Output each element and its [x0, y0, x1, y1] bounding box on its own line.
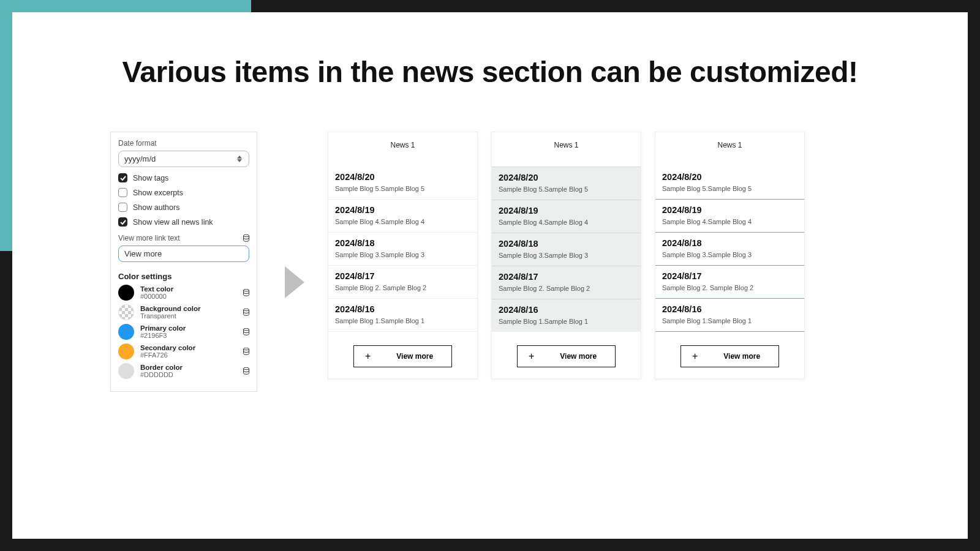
- entry-date: 2024/8/20: [499, 173, 634, 182]
- entry-date: 2024/8/17: [335, 271, 470, 281]
- background-color-row[interactable]: Background color Transparent: [118, 304, 249, 320]
- news-entry[interactable]: 2024/8/19Sample Blog 4.Sample Blog 4: [492, 200, 641, 233]
- news-entry[interactable]: 2024/8/18Sample Blog 3.Sample Blog 3: [492, 233, 641, 266]
- entry-desc: Sample Blog 1.Sample Blog 1: [335, 317, 470, 324]
- svg-point-4: [244, 348, 249, 350]
- border-color-row[interactable]: Border color #DDDDDD: [118, 363, 249, 379]
- text-color-name: Text color: [140, 285, 237, 293]
- database-icon[interactable]: [243, 309, 249, 316]
- news-entry[interactable]: 2024/8/19Sample Blog 4.Sample Blog 4: [655, 200, 804, 233]
- news-entry[interactable]: 2024/8/18Sample Blog 3.Sample Blog 3: [328, 233, 477, 266]
- show-tags-label: Show tags: [133, 174, 168, 182]
- border-color-swatch: [118, 363, 134, 379]
- view-more-label: View more: [396, 352, 433, 361]
- news-entry[interactable]: 2024/8/20Sample Blog 5.Sample Blog 5: [655, 167, 804, 200]
- show-view-all-label: Show view all news link: [133, 218, 213, 227]
- entry-date: 2024/8/18: [499, 239, 634, 249]
- database-icon[interactable]: [243, 234, 249, 242]
- show-tags-checkbox[interactable]: Show tags: [118, 173, 249, 182]
- view-more-button[interactable]: +View more: [353, 345, 452, 367]
- entry-desc: Sample Blog 2. Sample Blog 2: [499, 285, 634, 292]
- show-authors-checkbox[interactable]: Show authors: [118, 203, 249, 212]
- news-entry[interactable]: 2024/8/17Sample Blog 2. Sample Blog 2: [655, 266, 804, 299]
- entry-date: 2024/8/19: [335, 205, 470, 215]
- checkbox-checked-icon: [118, 217, 127, 227]
- preview-title: News 1: [655, 132, 804, 167]
- news-entry[interactable]: 2024/8/16Sample Blog 1.Sample Blog 1: [655, 299, 804, 332]
- background-color-name: Background color: [140, 305, 237, 312]
- view-more-label: View more: [560, 352, 597, 361]
- svg-point-2: [244, 309, 249, 311]
- secondary-color-row[interactable]: Secondary color #FFA726: [118, 343, 249, 359]
- secondary-color-name: Secondary color: [140, 344, 237, 351]
- entry-date: 2024/8/19: [499, 206, 634, 216]
- entry-desc: Sample Blog 1.Sample Blog 1: [499, 318, 634, 325]
- view-more-button[interactable]: +View more: [517, 345, 616, 367]
- preview-title: News 1: [492, 132, 641, 167]
- border-color-name: Border color: [140, 364, 237, 371]
- news-entry[interactable]: 2024/8/20Sample Blog 5.Sample Blog 5: [492, 167, 641, 200]
- database-icon[interactable]: [243, 328, 249, 335]
- entry-date: 2024/8/16: [499, 305, 634, 315]
- news-entry[interactable]: 2024/8/18Sample Blog 3.Sample Blog 3: [655, 233, 804, 266]
- news-entry[interactable]: 2024/8/16Sample Blog 1.Sample Blog 1: [328, 299, 477, 332]
- color-settings-heading: Color settings: [118, 272, 249, 281]
- view-more-link-input[interactable]: View more: [118, 246, 249, 262]
- database-icon[interactable]: [243, 348, 249, 355]
- select-chevron-icon: [236, 156, 243, 162]
- entry-desc: Sample Blog 2. Sample Blog 2: [662, 284, 797, 291]
- text-color-row[interactable]: Text color #000000: [118, 285, 249, 301]
- preview-card-b: News 1 2024/8/20Sample Blog 5.Sample Blo…: [491, 132, 641, 379]
- preview-card-a: News 1 2024/8/20Sample Blog 5.Sample Blo…: [328, 132, 478, 379]
- preview-card-c: News 1 2024/8/20Sample Blog 5.Sample Blo…: [655, 132, 805, 379]
- date-format-select[interactable]: yyyy/m/d: [118, 151, 249, 167]
- settings-panel: Date format yyyy/m/d Show tags Show exce…: [110, 132, 257, 392]
- primary-color-swatch: [118, 324, 134, 340]
- view-more-button[interactable]: +View more: [680, 345, 779, 367]
- entry-date: 2024/8/17: [662, 271, 797, 281]
- entry-desc: Sample Blog 1.Sample Blog 1: [662, 317, 797, 324]
- news-entry[interactable]: 2024/8/20Sample Blog 5.Sample Blog 5: [328, 167, 477, 200]
- primary-color-value: #2196F3: [140, 332, 237, 339]
- database-icon[interactable]: [243, 289, 249, 296]
- date-format-value: yyyy/m/d: [124, 154, 156, 163]
- checkbox-unchecked-icon: [118, 203, 127, 212]
- border-color-value: #DDDDDD: [140, 371, 237, 378]
- entry-desc: Sample Blog 4.Sample Blog 4: [499, 219, 634, 226]
- primary-color-row[interactable]: Primary color #2196F3: [118, 324, 249, 340]
- entry-date: 2024/8/18: [335, 238, 470, 248]
- view-more-link-label: View more link text: [118, 234, 179, 242]
- entry-date: 2024/8/18: [662, 238, 797, 248]
- entry-date: 2024/8/16: [335, 304, 470, 314]
- entry-desc: Sample Blog 5.Sample Blog 5: [499, 186, 634, 193]
- arrow-right-icon: [285, 266, 304, 298]
- entry-desc: Sample Blog 4.Sample Blog 4: [662, 218, 797, 225]
- show-view-all-checkbox[interactable]: Show view all news link: [118, 217, 249, 227]
- show-excerpts-label: Show excerpts: [133, 189, 183, 197]
- news-entry[interactable]: 2024/8/16Sample Blog 1.Sample Blog 1: [492, 299, 641, 332]
- plus-icon: +: [365, 351, 371, 361]
- entry-desc: Sample Blog 3.Sample Blog 3: [335, 251, 470, 258]
- news-entry[interactable]: 2024/8/17Sample Blog 2. Sample Blog 2: [492, 266, 641, 299]
- checkbox-checked-icon: [118, 173, 127, 182]
- page-headline: Various items in the news section can be…: [12, 55, 968, 89]
- entry-date: 2024/8/19: [662, 205, 797, 215]
- news-entry[interactable]: 2024/8/17Sample Blog 2. Sample Blog 2: [328, 266, 477, 299]
- news-entry[interactable]: 2024/8/19Sample Blog 4.Sample Blog 4: [328, 200, 477, 233]
- preview-title: News 1: [328, 132, 477, 167]
- entry-date: 2024/8/16: [662, 304, 797, 314]
- show-excerpts-checkbox[interactable]: Show excerpts: [118, 188, 249, 197]
- entry-desc: Sample Blog 4.Sample Blog 4: [335, 218, 470, 225]
- entry-desc: Sample Blog 5.Sample Blog 5: [335, 185, 470, 192]
- view-more-label: View more: [723, 352, 760, 361]
- secondary-color-swatch: [118, 343, 134, 359]
- svg-point-3: [244, 328, 249, 331]
- plus-icon: +: [692, 351, 698, 361]
- database-icon[interactable]: [243, 367, 249, 375]
- show-authors-label: Show authors: [133, 203, 179, 212]
- entry-desc: Sample Blog 3.Sample Blog 3: [662, 251, 797, 258]
- secondary-color-value: #FFA726: [140, 351, 237, 359]
- plus-icon: +: [529, 351, 534, 361]
- primary-color-name: Primary color: [140, 324, 237, 332]
- text-color-value: #000000: [140, 293, 237, 300]
